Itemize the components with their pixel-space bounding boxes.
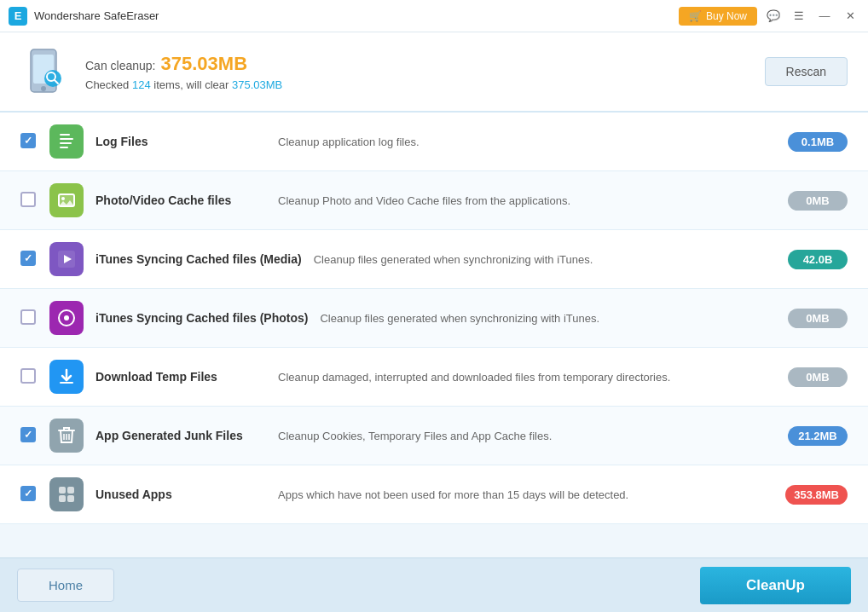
app-junk-icon	[49, 419, 84, 453]
checkbox-visual	[20, 192, 36, 207]
checkbox-unused-apps[interactable]	[20, 486, 38, 503]
checkbox-download-temp[interactable]	[20, 368, 38, 385]
checkbox-visual	[20, 486, 36, 501]
list-item: App Generated Junk Files Cleanup Cookies…	[0, 407, 868, 465]
itunes-photos-desc: Cleanup files generated when synchronizi…	[320, 312, 776, 325]
download-temp-desc: Cleanup damaged, interrupted and downloa…	[278, 371, 776, 384]
list-item: Photo/Video Cache files Cleanup Photo an…	[0, 171, 868, 230]
buy-now-button[interactable]: 🛒 Buy Now	[679, 7, 757, 26]
rescan-button[interactable]: Rescan	[765, 57, 848, 86]
close-button[interactable]: ✕	[841, 7, 859, 26]
svg-rect-21	[59, 487, 66, 494]
log-files-size: 0.1MB	[788, 132, 848, 152]
checkbox-visual	[20, 251, 36, 266]
app-logo: E	[9, 7, 27, 26]
svg-point-12	[61, 197, 65, 200]
title-bar-actions: 🛒 Buy Now 💬 ☰ — ✕	[679, 7, 859, 26]
checked-line: Checked 124 items, will clear 375.03MB	[85, 78, 765, 91]
minimize-button[interactable]: —	[815, 7, 834, 26]
app-title: Wondershare SafeEraser	[34, 9, 679, 22]
svg-point-2	[41, 86, 46, 91]
log-files-icon	[49, 124, 84, 159]
list-item: Unused Apps Apps which have not been use…	[0, 465, 868, 524]
list-item: Log Files Cleanup application log files.…	[0, 113, 868, 171]
checkbox-visual	[20, 133, 36, 148]
checkbox-itunes-photos[interactable]	[20, 309, 38, 326]
app-junk-size: 21.2MB	[788, 426, 848, 446]
list-item: iTunes Syncing Cached files (Media) Clea…	[0, 230, 868, 289]
header-info: Can cleanup: 375.03MB Checked 124 items,…	[0, 32, 868, 113]
checkbox-photo-video-cache[interactable]	[20, 192, 38, 209]
app-junk-name: App Generated Junk Files	[95, 429, 266, 442]
download-temp-size: 0MB	[788, 367, 848, 387]
title-bar: E Wondershare SafeEraser 🛒 Buy Now 💬 ☰ —…	[0, 0, 868, 32]
download-temp-name: Download Temp Files	[95, 370, 266, 384]
checkbox-app-junk[interactable]	[20, 427, 38, 444]
itunes-photos-name: iTunes Syncing Cached files (Photos)	[95, 311, 308, 325]
header-text: Can cleanup: 375.03MB Checked 124 items,…	[85, 53, 765, 91]
photo-video-cache-size: 0MB	[788, 191, 848, 211]
can-cleanup-line: Can cleanup: 375.03MB	[85, 53, 765, 75]
itunes-media-desc: Cleanup files generated when synchronizi…	[314, 253, 776, 266]
itunes-photos-size: 0MB	[788, 309, 848, 328]
download-temp-icon	[49, 360, 84, 394]
checkbox-itunes-media[interactable]	[20, 251, 38, 268]
can-cleanup-label: Can cleanup:	[85, 59, 156, 72]
cleanup-button[interactable]: CleanUp	[700, 567, 851, 604]
svg-rect-24	[67, 495, 74, 502]
svg-rect-9	[60, 147, 68, 148]
checkbox-visual	[20, 427, 36, 442]
svg-rect-8	[60, 142, 72, 144]
footer: Home CleanUp	[0, 557, 868, 612]
itunes-media-name: iTunes Syncing Cached files (Media)	[95, 252, 302, 266]
svg-rect-17	[60, 382, 73, 384]
photo-video-cache-desc: Cleanup Photo and Video Cache files from…	[278, 194, 776, 207]
svg-rect-7	[60, 138, 73, 140]
svg-rect-23	[59, 495, 66, 502]
chat-button[interactable]: 💬	[764, 7, 783, 26]
unused-apps-desc: Apps which have not been used for more t…	[278, 488, 773, 501]
phone-icon	[20, 46, 72, 97]
photo-video-cache-name: Photo/Video Cache files	[95, 193, 266, 207]
home-button[interactable]: Home	[17, 569, 114, 602]
unused-apps-name: Unused Apps	[95, 488, 266, 501]
unused-apps-icon	[49, 477, 84, 511]
menu-button[interactable]: ☰	[790, 7, 808, 26]
svg-rect-6	[60, 134, 70, 136]
main-content: Can cleanup: 375.03MB Checked 124 items,…	[0, 32, 868, 612]
cleanup-size: 375.03MB	[161, 53, 248, 75]
list-item: iTunes Syncing Cached files (Photos) Cle…	[0, 289, 868, 348]
svg-point-16	[64, 315, 69, 320]
checkbox-visual	[20, 368, 36, 384]
items-list: Log Files Cleanup application log files.…	[0, 113, 868, 557]
itunes-photos-icon	[49, 301, 84, 335]
log-files-name: Log Files	[95, 135, 266, 148]
itunes-media-size: 42.0B	[788, 250, 848, 269]
log-files-desc: Cleanup application log files.	[278, 136, 776, 148]
list-item: Download Temp Files Cleanup damaged, int…	[0, 348, 868, 407]
app-junk-desc: Cleanup Cookies, Temporary Files and App…	[278, 430, 776, 442]
checkbox-visual	[20, 309, 36, 325]
cart-icon: 🛒	[689, 10, 702, 22]
checkbox-log-files[interactable]	[20, 133, 38, 150]
unused-apps-size: 353.8MB	[785, 485, 848, 505]
itunes-media-icon	[49, 242, 84, 276]
photo-video-cache-icon	[49, 183, 84, 217]
svg-rect-22	[67, 487, 74, 494]
